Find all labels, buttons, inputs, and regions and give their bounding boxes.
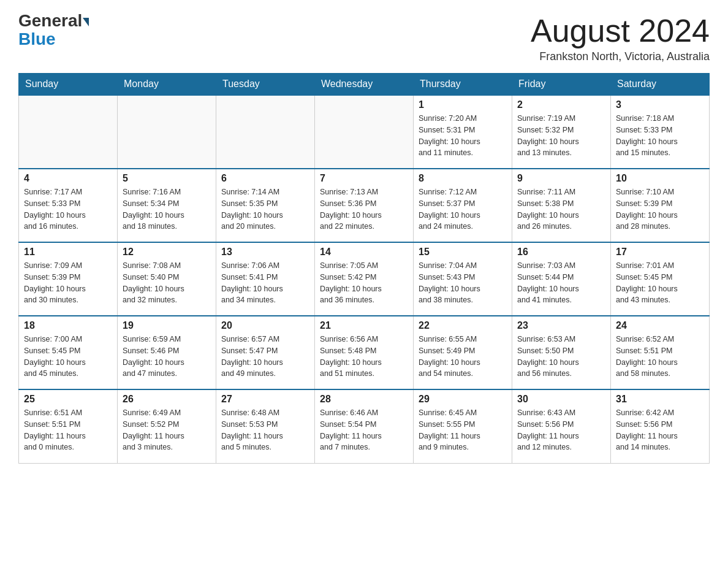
day-number: 12: [123, 247, 211, 258]
day-info: Sunrise: 6:56 AM Sunset: 5:48 PM Dayligh…: [320, 334, 408, 380]
day-info: Sunrise: 6:59 AM Sunset: 5:46 PM Dayligh…: [123, 334, 211, 380]
calendar-cell: 8Sunrise: 7:12 AM Sunset: 5:37 PM Daylig…: [414, 169, 512, 242]
day-number: 5: [123, 173, 211, 184]
calendar-cell: 6Sunrise: 7:14 AM Sunset: 5:35 PM Daylig…: [216, 169, 315, 242]
day-number: 22: [419, 320, 507, 331]
day-info: Sunrise: 6:45 AM Sunset: 5:55 PM Dayligh…: [419, 407, 507, 453]
calendar-header-row: SundayMondayTuesdayWednesdayThursdayFrid…: [19, 74, 710, 96]
day-info: Sunrise: 7:08 AM Sunset: 5:40 PM Dayligh…: [123, 260, 211, 306]
day-number: 13: [221, 247, 309, 258]
day-info: Sunrise: 7:05 AM Sunset: 5:42 PM Dayligh…: [320, 260, 408, 306]
day-info: Sunrise: 6:52 AM Sunset: 5:51 PM Dayligh…: [616, 334, 704, 380]
day-number: 11: [24, 247, 112, 258]
calendar-cell: 22Sunrise: 6:55 AM Sunset: 5:49 PM Dayli…: [414, 316, 512, 389]
day-number: 27: [221, 394, 309, 405]
day-info: Sunrise: 7:01 AM Sunset: 5:45 PM Dayligh…: [616, 260, 704, 306]
calendar-cell: 4Sunrise: 7:17 AM Sunset: 5:33 PM Daylig…: [19, 169, 118, 242]
calendar-cell: [118, 95, 216, 169]
calendar-cell: 15Sunrise: 7:04 AM Sunset: 5:43 PM Dayli…: [414, 242, 512, 316]
day-info: Sunrise: 7:13 AM Sunset: 5:36 PM Dayligh…: [320, 186, 408, 232]
calendar-week-row: 25Sunrise: 6:51 AM Sunset: 5:51 PM Dayli…: [19, 389, 710, 463]
calendar-cell: 26Sunrise: 6:49 AM Sunset: 5:52 PM Dayli…: [118, 389, 216, 463]
column-header-thursday: Thursday: [414, 74, 512, 96]
title-block: August 2024 Frankston North, Victoria, A…: [531, 12, 710, 63]
day-info: Sunrise: 6:43 AM Sunset: 5:56 PM Dayligh…: [517, 407, 605, 453]
column-header-saturday: Saturday: [611, 74, 710, 96]
calendar-week-row: 1Sunrise: 7:20 AM Sunset: 5:31 PM Daylig…: [19, 95, 710, 169]
day-info: Sunrise: 7:17 AM Sunset: 5:33 PM Dayligh…: [24, 186, 112, 232]
calendar-cell: 7Sunrise: 7:13 AM Sunset: 5:36 PM Daylig…: [315, 169, 414, 242]
calendar-cell: 28Sunrise: 6:46 AM Sunset: 5:54 PM Dayli…: [315, 389, 414, 463]
day-number: 2: [517, 99, 605, 110]
logo: General Blue: [18, 12, 89, 49]
day-number: 9: [517, 173, 605, 184]
day-info: Sunrise: 6:46 AM Sunset: 5:54 PM Dayligh…: [320, 407, 408, 453]
calendar-cell: 19Sunrise: 6:59 AM Sunset: 5:46 PM Dayli…: [118, 316, 216, 389]
day-info: Sunrise: 7:14 AM Sunset: 5:35 PM Dayligh…: [221, 186, 309, 232]
day-number: 26: [123, 394, 211, 405]
day-info: Sunrise: 6:57 AM Sunset: 5:47 PM Dayligh…: [221, 334, 309, 380]
calendar-week-row: 11Sunrise: 7:09 AM Sunset: 5:39 PM Dayli…: [19, 242, 710, 316]
day-number: 25: [24, 394, 112, 405]
day-info: Sunrise: 7:00 AM Sunset: 5:45 PM Dayligh…: [24, 334, 112, 380]
logo-blue-text: Blue: [18, 29, 56, 49]
day-number: 28: [320, 394, 408, 405]
day-info: Sunrise: 7:09 AM Sunset: 5:39 PM Dayligh…: [24, 260, 112, 306]
calendar-cell: 29Sunrise: 6:45 AM Sunset: 5:55 PM Dayli…: [414, 389, 512, 463]
day-number: 23: [517, 320, 605, 331]
day-number: 4: [24, 173, 112, 184]
day-info: Sunrise: 7:12 AM Sunset: 5:37 PM Dayligh…: [419, 186, 507, 232]
calendar-week-row: 18Sunrise: 7:00 AM Sunset: 5:45 PM Dayli…: [19, 316, 710, 389]
day-number: 19: [123, 320, 211, 331]
calendar-cell: 13Sunrise: 7:06 AM Sunset: 5:41 PM Dayli…: [216, 242, 315, 316]
calendar-cell: 16Sunrise: 7:03 AM Sunset: 5:44 PM Dayli…: [512, 242, 611, 316]
day-number: 30: [517, 394, 605, 405]
calendar-cell: 9Sunrise: 7:11 AM Sunset: 5:38 PM Daylig…: [512, 169, 611, 242]
calendar-cell: [315, 95, 414, 169]
day-number: 16: [517, 247, 605, 258]
calendar-cell: 23Sunrise: 6:53 AM Sunset: 5:50 PM Dayli…: [512, 316, 611, 389]
calendar-cell: 1Sunrise: 7:20 AM Sunset: 5:31 PM Daylig…: [414, 95, 512, 169]
day-info: Sunrise: 6:51 AM Sunset: 5:51 PM Dayligh…: [24, 407, 112, 453]
day-number: 1: [419, 99, 507, 110]
calendar-cell: 5Sunrise: 7:16 AM Sunset: 5:34 PM Daylig…: [118, 169, 216, 242]
calendar-cell: 31Sunrise: 6:42 AM Sunset: 5:56 PM Dayli…: [611, 389, 710, 463]
day-number: 24: [616, 320, 704, 331]
day-number: 7: [320, 173, 408, 184]
column-header-friday: Friday: [512, 74, 611, 96]
day-number: 6: [221, 173, 309, 184]
day-info: Sunrise: 7:20 AM Sunset: 5:31 PM Dayligh…: [419, 113, 507, 159]
calendar-cell: [216, 95, 315, 169]
day-info: Sunrise: 7:16 AM Sunset: 5:34 PM Dayligh…: [123, 186, 211, 232]
day-info: Sunrise: 7:10 AM Sunset: 5:39 PM Dayligh…: [616, 186, 704, 232]
calendar-cell: 27Sunrise: 6:48 AM Sunset: 5:53 PM Dayli…: [216, 389, 315, 463]
day-info: Sunrise: 6:48 AM Sunset: 5:53 PM Dayligh…: [221, 407, 309, 453]
day-info: Sunrise: 7:06 AM Sunset: 5:41 PM Dayligh…: [221, 260, 309, 306]
day-info: Sunrise: 6:53 AM Sunset: 5:50 PM Dayligh…: [517, 334, 605, 380]
calendar-cell: 21Sunrise: 6:56 AM Sunset: 5:48 PM Dayli…: [315, 316, 414, 389]
day-number: 20: [221, 320, 309, 331]
calendar-cell: 10Sunrise: 7:10 AM Sunset: 5:39 PM Dayli…: [611, 169, 710, 242]
calendar-cell: 2Sunrise: 7:19 AM Sunset: 5:32 PM Daylig…: [512, 95, 611, 169]
day-number: 15: [419, 247, 507, 258]
day-number: 14: [320, 247, 408, 258]
month-title: August 2024: [531, 12, 710, 49]
day-info: Sunrise: 6:42 AM Sunset: 5:56 PM Dayligh…: [616, 407, 704, 453]
column-header-wednesday: Wednesday: [315, 74, 414, 96]
column-header-sunday: Sunday: [19, 74, 118, 96]
page-header: General Blue August 2024 Frankston North…: [18, 12, 710, 63]
calendar-cell: 14Sunrise: 7:05 AM Sunset: 5:42 PM Dayli…: [315, 242, 414, 316]
day-number: 18: [24, 320, 112, 331]
day-number: 29: [419, 394, 507, 405]
day-info: Sunrise: 7:04 AM Sunset: 5:43 PM Dayligh…: [419, 260, 507, 306]
calendar-cell: 3Sunrise: 7:18 AM Sunset: 5:33 PM Daylig…: [611, 95, 710, 169]
day-number: 17: [616, 247, 704, 258]
location-text: Frankston North, Victoria, Australia: [531, 50, 710, 63]
column-header-tuesday: Tuesday: [216, 74, 315, 96]
day-info: Sunrise: 7:18 AM Sunset: 5:33 PM Dayligh…: [616, 113, 704, 159]
day-info: Sunrise: 7:19 AM Sunset: 5:32 PM Dayligh…: [517, 113, 605, 159]
calendar-cell: 18Sunrise: 7:00 AM Sunset: 5:45 PM Dayli…: [19, 316, 118, 389]
calendar-cell: 12Sunrise: 7:08 AM Sunset: 5:40 PM Dayli…: [118, 242, 216, 316]
calendar-cell: 11Sunrise: 7:09 AM Sunset: 5:39 PM Dayli…: [19, 242, 118, 316]
day-number: 31: [616, 394, 704, 405]
